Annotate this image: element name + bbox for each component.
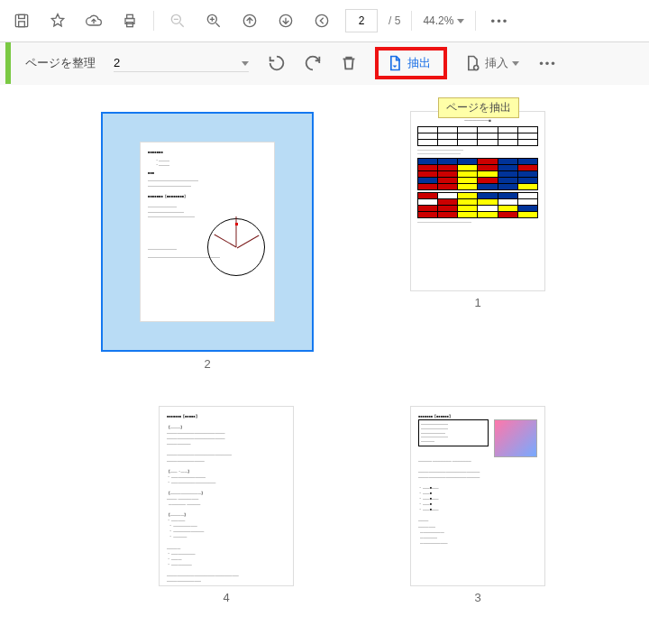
thumb-label: 3 [474, 591, 480, 604]
organize-pages-toolbar: ページを整理 抽出 挿入 ••• [0, 42, 649, 85]
arrow-back-icon[interactable] [309, 8, 334, 33]
page-select-input[interactable] [114, 54, 249, 72]
toolbar-separator [153, 11, 154, 31]
rotate-cw-button[interactable] [303, 53, 323, 73]
save-icon[interactable] [9, 8, 34, 33]
insert-label: 挿入 [485, 55, 508, 71]
svg-rect-2 [19, 22, 25, 27]
more-icon[interactable]: ••• [535, 51, 561, 76]
page-preview: ■■■■■■■ ・―――・――― ■■■ ―――――――――――――――――――… [141, 143, 274, 321]
top-toolbar: / 5 44.2% ••• [0, 0, 649, 42]
svg-point-10 [315, 14, 327, 26]
zoom-out-icon[interactable] [165, 8, 190, 33]
delete-button[interactable] [339, 53, 359, 73]
extract-label: 抽出 [407, 55, 431, 71]
selection-frame: ■■■■■■■ ・―――・――― ■■■ ―――――――――――――――――――… [101, 112, 314, 352]
star-icon[interactable] [45, 8, 70, 33]
rotate-ccw-button[interactable] [267, 53, 287, 73]
illustration-image [494, 419, 537, 457]
page-number-input[interactable] [345, 9, 378, 32]
svg-rect-5 [127, 23, 133, 27]
print-icon[interactable] [117, 8, 142, 33]
thumb-label: 2 [204, 357, 210, 371]
toolbar-separator [411, 11, 412, 31]
page-total: / 5 [388, 14, 400, 27]
svg-rect-0 [15, 14, 27, 26]
thumbnail[interactable]: ――――――■ ――――――――――――――――――――――――――――――――… [379, 112, 577, 371]
thumb-label: 1 [474, 296, 480, 309]
extract-tooltip: ページを抽出 [438, 97, 519, 118]
zoom-in-icon[interactable] [201, 8, 226, 33]
svg-rect-1 [19, 14, 25, 18]
page-preview: ■■■■■■■【■■■■■】 【―――】――――――――――――――――――――… [160, 407, 293, 585]
toolbar-separator [475, 11, 476, 31]
more-icon[interactable]: ••• [487, 8, 512, 33]
arrow-up-icon[interactable] [237, 8, 262, 33]
cloud-upload-icon[interactable] [81, 8, 106, 33]
thumb-label: 4 [223, 591, 229, 604]
arrow-down-icon[interactable] [273, 8, 298, 33]
page-preview: ――――――■ ――――――――――――――――――――――――――――――――… [411, 112, 544, 290]
caret-down-icon [512, 61, 519, 66]
insert-button[interactable]: 挿入 [463, 54, 519, 72]
organize-title: ページを整理 [25, 55, 96, 71]
thumbnail-selected[interactable]: ■■■■■■■ ・―――・――― ■■■ ―――――――――――――――――――… [72, 112, 343, 371]
caret-down-icon [457, 19, 464, 23]
thumbnail[interactable]: ■■■■■■■【■■■■■■】 ――――――――――――――――――――――――… [379, 407, 577, 604]
page-preview: ■■■■■■■【■■■■■■】 ――――――――――――――――――――――――… [411, 407, 544, 585]
zoom-dropdown[interactable]: 44.2% [423, 14, 464, 27]
thumbnail-grid: ■■■■■■■ ・―――・――― ■■■ ―――――――――――――――――――… [0, 85, 649, 613]
accent-strip [5, 42, 11, 84]
extract-button[interactable]: 抽出 [375, 47, 447, 79]
svg-rect-4 [127, 14, 133, 18]
caret-down-icon[interactable] [242, 61, 249, 66]
thumbnail[interactable]: ■■■■■■■【■■■■■】 【―――】――――――――――――――――――――… [110, 407, 343, 604]
